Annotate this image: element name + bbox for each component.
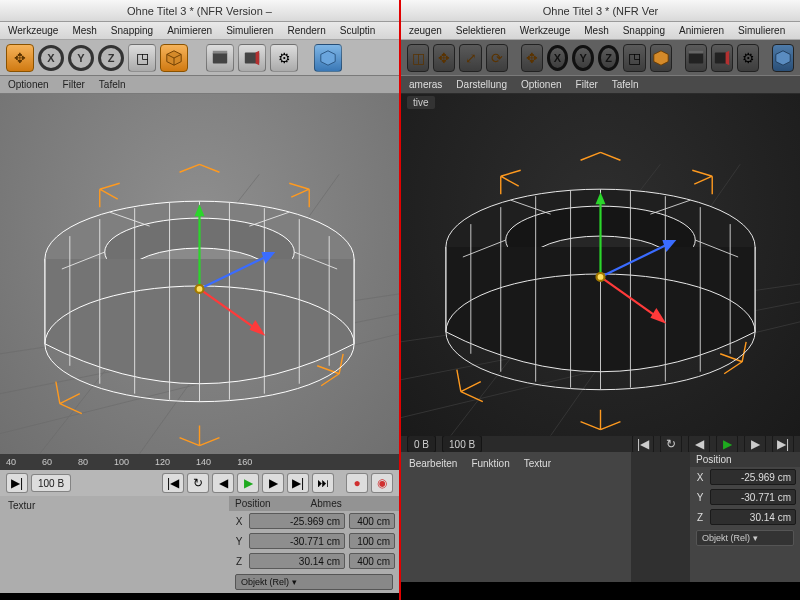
tab-funktion[interactable]: Funktion [471,458,509,469]
coord-system-icon[interactable]: ◳ [623,44,645,72]
coord-y-label: Y [233,536,245,547]
window-titlebar: Ohne Titel 3 * (NFR Ver [401,0,800,22]
coord-z-field[interactable]: 30.14 cm [249,553,345,569]
menu-werkzeuge[interactable]: Werkzeuge [8,25,58,36]
menu-animieren[interactable]: Animieren [167,25,212,36]
range-start[interactable]: 0 B [407,435,436,453]
loop-icon[interactable]: ↻ [660,434,682,454]
menu-werkzeuge[interactable]: Werkzeuge [520,25,570,36]
main-menubar[interactable]: Werkzeuge Mesh Snapping Animieren Simuli… [0,22,399,40]
coord-y-field[interactable]: -30.771 cm [710,489,796,505]
menu-mesh[interactable]: Mesh [72,25,96,36]
submenu-filter[interactable]: Filter [576,79,598,90]
menu-mesh[interactable]: Mesh [584,25,608,36]
submenu-tafeln[interactable]: Tafeln [99,79,126,90]
live-select-icon[interactable]: ◫ [407,44,429,72]
primitive-cube-icon[interactable] [160,44,188,72]
render-settings-icon[interactable]: ⚙ [270,44,298,72]
coord-x-field[interactable]: -25.969 cm [710,469,796,485]
menu-erzeugen[interactable]: zeugen [409,25,442,36]
axis-z-toggle[interactable]: Z [98,45,124,71]
play-icon[interactable]: ▶ [716,434,738,454]
submenu-tafeln[interactable]: Tafeln [612,79,639,90]
primitive-cube-icon[interactable] [650,44,672,72]
menu-simulieren[interactable]: Simulieren [738,25,785,36]
axis-x-toggle[interactable]: X [38,45,64,71]
prev-frame-icon[interactable]: ◀ [212,473,234,493]
submenu-filter[interactable]: Filter [63,79,85,90]
size-z-field[interactable]: 400 cm [349,553,395,569]
goto-end-icon[interactable]: ▶| [6,473,28,493]
scale-tool-icon[interactable]: ⤢ [459,44,481,72]
pane-right-dark: Ohne Titel 3 * (NFR Ver zeugen Selektier… [401,0,800,600]
menu-simulieren[interactable]: Simulieren [226,25,273,36]
autokey-icon[interactable]: ◉ [371,473,393,493]
size-y-field[interactable]: 100 cm [349,533,395,549]
submenu-kameras[interactable]: ameras [409,79,442,90]
object-cube-icon[interactable] [772,44,794,72]
move-tool-icon[interactable]: ✥ [6,44,34,72]
tab-textur[interactable]: Textur [524,458,551,469]
loop-icon[interactable]: ↻ [187,473,209,493]
coord-y-field[interactable]: -30.771 cm [249,533,345,549]
timeline-ruler[interactable]: 40 60 80 100 120 140 160 [0,454,399,470]
menu-sculpting[interactable]: Sculptin [340,25,376,36]
size-x-field[interactable]: 400 cm [349,513,395,529]
window-title: Ohne Titel 3 * (NFR Version – [127,5,272,17]
coord-mode-dropdown[interactable]: Objekt (Rel) ▾ [696,530,794,546]
material-area[interactable] [631,452,690,582]
goto-last-icon[interactable]: ▶| [287,473,309,493]
coords-header-position: Position [696,454,732,465]
pane-left-light: Ohne Titel 3 * (NFR Version – Werkzeuge … [0,0,399,600]
submenu-optionen[interactable]: Optionen [521,79,562,90]
skip-icon[interactable]: ⏭ [312,473,334,493]
coord-z-label: Z [233,556,245,567]
main-menubar[interactable]: zeugen Selektieren Werkzeuge Mesh Snappi… [401,22,800,40]
viewport-submenu[interactable]: Optionen Filter Tafeln [0,76,399,94]
move-tool-icon[interactable]: ✥ [433,44,455,72]
axis-y-toggle[interactable]: Y [68,45,94,71]
coord-x-label: X [233,516,245,527]
coord-x-field[interactable]: -25.969 cm [249,513,345,529]
render-region-icon[interactable] [238,44,266,72]
render-region-icon[interactable] [711,44,733,72]
viewport-3d[interactable]: tive [401,94,800,436]
timeline-ruler[interactable]: 0 B 100 B |◀ ↻ ◀ ▶ ▶ ▶| [401,436,800,452]
coords-header-position: Position [235,498,271,509]
next-frame-icon[interactable]: ▶ [744,434,766,454]
menu-snapping[interactable]: Snapping [111,25,153,36]
prev-frame-icon[interactable]: ◀ [688,434,710,454]
play-icon[interactable]: ▶ [237,473,259,493]
render-view-icon[interactable] [206,44,234,72]
axis-x-toggle[interactable]: X [547,45,569,71]
render-view-icon[interactable] [685,44,707,72]
axis-y-toggle[interactable]: Y [572,45,594,71]
record-icon[interactable]: ● [346,473,368,493]
goto-start-icon[interactable]: |◀ [162,473,184,493]
viewport-submenu[interactable]: ameras Darstellung Optionen Filter Tafel… [401,76,800,94]
coord-mode-dropdown[interactable]: Objekt (Rel) ▾ [235,574,393,590]
object-cube-icon[interactable] [314,44,342,72]
submenu-darstellung[interactable]: Darstellung [456,79,507,90]
goto-start-icon[interactable]: |◀ [632,434,654,454]
submenu-optionen[interactable]: Optionen [8,79,49,90]
next-frame-icon[interactable]: ▶ [262,473,284,493]
menu-animieren[interactable]: Animieren [679,25,724,36]
recent-tool-icon[interactable]: ✥ [521,44,543,72]
range-end[interactable]: 100 B [442,435,482,453]
coord-x-label: X [694,472,706,483]
menu-rendern[interactable]: Rendern [287,25,325,36]
coord-z-field[interactable]: 30.14 cm [710,509,796,525]
tab-bearbeiten[interactable]: Bearbeiten [409,458,457,469]
rotate-tool-icon[interactable]: ⟳ [486,44,508,72]
current-frame-field[interactable]: 100 B [31,474,71,492]
render-settings-icon[interactable]: ⚙ [737,44,759,72]
menu-selektieren[interactable]: Selektieren [456,25,506,36]
tab-textur[interactable]: Textur [8,500,35,511]
coord-system-icon[interactable]: ◳ [128,44,156,72]
svg-rect-4 [213,52,227,63]
menu-snapping[interactable]: Snapping [623,25,665,36]
axis-z-toggle[interactable]: Z [598,45,620,71]
goto-last-icon[interactable]: ▶| [772,434,794,454]
viewport-3d[interactable] [0,94,399,454]
